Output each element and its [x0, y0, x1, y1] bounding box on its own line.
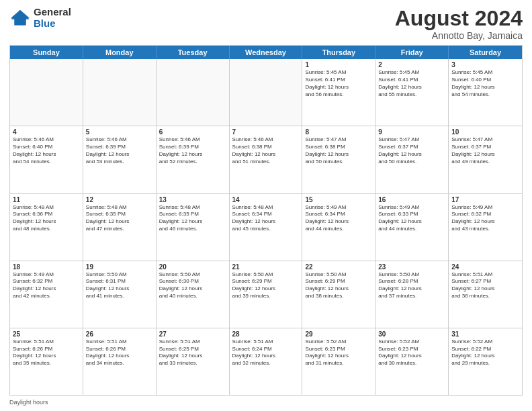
calendar-cell: 8Sunrise: 5:47 AM Sunset: 6:38 PM Daylig…	[302, 126, 375, 193]
calendar-cell: 3Sunrise: 5:45 AM Sunset: 6:40 PM Daylig…	[449, 59, 522, 126]
calendar-cell: 2Sunrise: 5:45 AM Sunset: 6:41 PM Daylig…	[375, 59, 449, 126]
day-number: 29	[305, 330, 372, 338]
title-block: August 2024 Annotto Bay, Jamaica	[395, 7, 523, 41]
calendar-cell: 28Sunrise: 5:51 AM Sunset: 6:24 PM Dayli…	[230, 328, 303, 395]
calendar-cell: 11Sunrise: 5:48 AM Sunset: 6:36 PM Dayli…	[10, 194, 83, 261]
day-info: Sunrise: 5:45 AM Sunset: 6:40 PM Dayligh…	[451, 69, 519, 98]
day-info: Sunrise: 5:47 AM Sunset: 6:37 PM Dayligh…	[378, 136, 445, 165]
calendar-row-0: 1Sunrise: 5:45 AM Sunset: 6:41 PM Daylig…	[10, 59, 522, 126]
logo-blue-text: Blue	[34, 18, 71, 30]
day-info: Sunrise: 5:45 AM Sunset: 6:41 PM Dayligh…	[305, 69, 372, 98]
day-number: 9	[378, 128, 445, 136]
day-info: Sunrise: 5:50 AM Sunset: 6:31 PM Dayligh…	[86, 271, 153, 300]
day-number: 7	[232, 128, 300, 136]
calendar-cell: 4Sunrise: 5:46 AM Sunset: 6:40 PM Daylig…	[10, 126, 83, 193]
header: General Blue August 2024 Annotto Bay, Ja…	[9, 7, 523, 41]
header-monday: Monday	[83, 46, 157, 59]
calendar-cell	[157, 59, 230, 126]
footer: Daylight hours	[9, 399, 523, 406]
day-info: Sunrise: 5:46 AM Sunset: 6:38 PM Dayligh…	[232, 136, 300, 165]
calendar-cell: 21Sunrise: 5:50 AM Sunset: 6:29 PM Dayli…	[230, 261, 303, 328]
day-number: 23	[378, 263, 445, 271]
day-number: 10	[451, 128, 519, 136]
day-number: 26	[86, 330, 153, 338]
calendar-header: Sunday Monday Tuesday Wednesday Thursday…	[10, 46, 522, 59]
calendar-cell: 9Sunrise: 5:47 AM Sunset: 6:37 PM Daylig…	[375, 126, 449, 193]
day-number: 19	[86, 263, 153, 271]
day-info: Sunrise: 5:51 AM Sunset: 6:27 PM Dayligh…	[451, 271, 519, 300]
day-info: Sunrise: 5:52 AM Sunset: 6:23 PM Dayligh…	[305, 338, 372, 367]
calendar-body: 1Sunrise: 5:45 AM Sunset: 6:41 PM Daylig…	[10, 59, 522, 395]
day-info: Sunrise: 5:47 AM Sunset: 6:37 PM Dayligh…	[451, 136, 519, 165]
calendar-cell: 13Sunrise: 5:48 AM Sunset: 6:35 PM Dayli…	[157, 194, 230, 261]
day-number: 25	[13, 330, 80, 338]
logo-icon	[9, 9, 31, 28]
day-number: 22	[305, 263, 372, 271]
day-info: Sunrise: 5:51 AM Sunset: 6:26 PM Dayligh…	[13, 338, 80, 367]
calendar-row-4: 25Sunrise: 5:51 AM Sunset: 6:26 PM Dayli…	[10, 328, 522, 395]
day-number: 17	[451, 196, 519, 203]
day-info: Sunrise: 5:46 AM Sunset: 6:39 PM Dayligh…	[86, 136, 153, 165]
day-info: Sunrise: 5:51 AM Sunset: 6:24 PM Dayligh…	[232, 338, 300, 367]
calendar-cell: 25Sunrise: 5:51 AM Sunset: 6:26 PM Dayli…	[10, 328, 83, 395]
day-info: Sunrise: 5:49 AM Sunset: 6:32 PM Dayligh…	[451, 204, 519, 233]
day-number: 8	[305, 128, 372, 136]
day-number: 13	[159, 196, 226, 203]
day-number: 15	[305, 196, 372, 203]
day-number: 3	[451, 61, 519, 68]
day-number: 24	[451, 263, 519, 271]
calendar-cell: 26Sunrise: 5:51 AM Sunset: 6:26 PM Dayli…	[83, 328, 157, 395]
day-number: 1	[305, 61, 372, 68]
calendar-cell: 17Sunrise: 5:49 AM Sunset: 6:32 PM Dayli…	[449, 194, 522, 261]
day-info: Sunrise: 5:52 AM Sunset: 6:22 PM Dayligh…	[451, 338, 519, 367]
calendar-cell: 19Sunrise: 5:50 AM Sunset: 6:31 PM Dayli…	[83, 261, 157, 328]
calendar-cell: 16Sunrise: 5:49 AM Sunset: 6:33 PM Dayli…	[375, 194, 449, 261]
calendar-cell: 6Sunrise: 5:46 AM Sunset: 6:39 PM Daylig…	[157, 126, 230, 193]
day-info: Sunrise: 5:52 AM Sunset: 6:23 PM Dayligh…	[378, 338, 445, 367]
calendar-cell	[10, 59, 83, 126]
logo: General Blue	[9, 7, 71, 29]
calendar-cell: 20Sunrise: 5:50 AM Sunset: 6:30 PM Dayli…	[157, 261, 230, 328]
calendar-cell: 5Sunrise: 5:46 AM Sunset: 6:39 PM Daylig…	[83, 126, 157, 193]
calendar-cell: 10Sunrise: 5:47 AM Sunset: 6:37 PM Dayli…	[449, 126, 522, 193]
day-number: 21	[232, 263, 300, 271]
calendar-cell: 29Sunrise: 5:52 AM Sunset: 6:23 PM Dayli…	[302, 328, 375, 395]
day-number: 27	[159, 330, 226, 338]
calendar-cell: 27Sunrise: 5:51 AM Sunset: 6:25 PM Dayli…	[157, 328, 230, 395]
calendar-cell: 15Sunrise: 5:49 AM Sunset: 6:34 PM Dayli…	[302, 194, 375, 261]
calendar-cell	[230, 59, 303, 126]
header-wednesday: Wednesday	[230, 46, 303, 59]
day-number: 18	[13, 263, 80, 271]
calendar-cell: 24Sunrise: 5:51 AM Sunset: 6:27 PM Dayli…	[449, 261, 522, 328]
day-info: Sunrise: 5:50 AM Sunset: 6:29 PM Dayligh…	[232, 271, 300, 300]
day-info: Sunrise: 5:48 AM Sunset: 6:36 PM Dayligh…	[13, 204, 80, 233]
day-info: Sunrise: 5:45 AM Sunset: 6:41 PM Dayligh…	[378, 69, 445, 98]
day-number: 6	[159, 128, 226, 136]
day-number: 14	[232, 196, 300, 203]
day-info: Sunrise: 5:46 AM Sunset: 6:39 PM Dayligh…	[159, 136, 226, 165]
day-number: 2	[378, 61, 445, 68]
logo-text: General Blue	[34, 7, 71, 29]
day-number: 16	[378, 196, 445, 203]
calendar: Sunday Monday Tuesday Wednesday Thursday…	[9, 45, 523, 396]
day-info: Sunrise: 5:48 AM Sunset: 6:35 PM Dayligh…	[86, 204, 153, 233]
calendar-cell: 14Sunrise: 5:48 AM Sunset: 6:34 PM Dayli…	[230, 194, 303, 261]
title-location: Annotto Bay, Jamaica	[395, 30, 523, 41]
calendar-row-3: 18Sunrise: 5:49 AM Sunset: 6:32 PM Dayli…	[10, 261, 522, 328]
calendar-cell: 18Sunrise: 5:49 AM Sunset: 6:32 PM Dayli…	[10, 261, 83, 328]
day-info: Sunrise: 5:51 AM Sunset: 6:25 PM Dayligh…	[159, 338, 226, 367]
day-info: Sunrise: 5:46 AM Sunset: 6:40 PM Dayligh…	[13, 136, 80, 165]
header-tuesday: Tuesday	[157, 46, 230, 59]
day-info: Sunrise: 5:48 AM Sunset: 6:34 PM Dayligh…	[232, 204, 300, 233]
calendar-row-2: 11Sunrise: 5:48 AM Sunset: 6:36 PM Dayli…	[10, 193, 522, 261]
day-info: Sunrise: 5:50 AM Sunset: 6:30 PM Dayligh…	[159, 271, 226, 300]
header-friday: Friday	[375, 46, 449, 59]
day-number: 30	[378, 330, 445, 338]
day-info: Sunrise: 5:50 AM Sunset: 6:29 PM Dayligh…	[305, 271, 372, 300]
day-info: Sunrise: 5:50 AM Sunset: 6:28 PM Dayligh…	[378, 271, 445, 300]
header-sunday: Sunday	[10, 46, 83, 59]
day-info: Sunrise: 5:49 AM Sunset: 6:34 PM Dayligh…	[305, 204, 372, 233]
header-thursday: Thursday	[302, 46, 375, 59]
day-number: 4	[13, 128, 80, 136]
svg-marker-0	[11, 9, 30, 25]
